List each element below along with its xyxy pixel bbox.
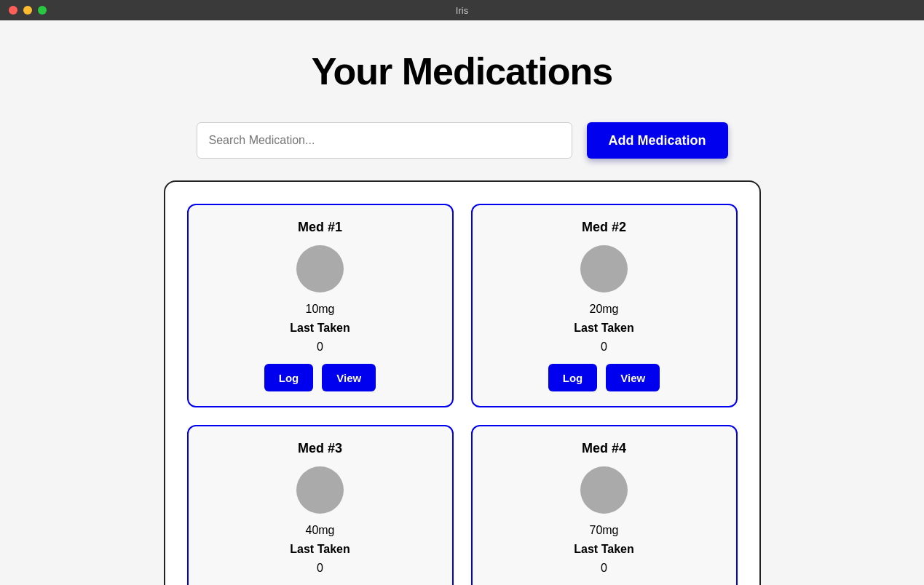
add-medication-button[interactable]: Add Medication: [587, 122, 728, 159]
med-card-1: Med #1 10mg Last Taken 0 Log View: [187, 204, 454, 407]
log-button-1[interactable]: Log: [264, 364, 314, 391]
med-actions-2: Log View: [548, 364, 660, 391]
view-button-2[interactable]: View: [606, 364, 660, 391]
med-name-1: Med #1: [298, 220, 342, 235]
page-title: Your Medications: [312, 49, 613, 93]
maximize-button[interactable]: [38, 6, 47, 15]
med-icon-4: [580, 466, 628, 514]
med-last-taken-label-3: Last Taken: [290, 543, 350, 556]
med-last-taken-value-1: 0: [317, 341, 323, 354]
log-button-2[interactable]: Log: [548, 364, 598, 391]
med-name-2: Med #2: [582, 220, 626, 235]
med-last-taken-label-2: Last Taken: [574, 322, 633, 335]
med-icon-3: [296, 466, 344, 514]
med-dosage-4: 70mg: [589, 524, 618, 537]
view-button-1[interactable]: View: [322, 364, 376, 391]
main-content: Your Medications Add Medication Med #1 1…: [0, 20, 924, 585]
close-button[interactable]: [9, 6, 17, 15]
search-add-row: Add Medication: [197, 122, 728, 159]
med-icon-2: [580, 245, 628, 292]
med-last-taken-label-1: Last Taken: [290, 322, 350, 335]
med-actions-1: Log View: [264, 364, 376, 391]
med-last-taken-value-2: 0: [601, 341, 607, 354]
med-dosage-3: 40mg: [305, 524, 334, 537]
med-card-3: Med #3 40mg Last Taken 0 Log View: [187, 425, 454, 585]
window-title: Iris: [456, 5, 468, 16]
med-dosage-1: 10mg: [305, 303, 334, 316]
minimize-button[interactable]: [23, 6, 32, 15]
med-last-taken-label-4: Last Taken: [574, 543, 633, 556]
med-card-4: Med #4 70mg Last Taken 0 Log View: [471, 425, 738, 585]
med-dosage-2: 20mg: [589, 303, 618, 316]
medications-grid: Med #1 10mg Last Taken 0 Log View Med #2…: [164, 180, 761, 585]
med-last-taken-value-4: 0: [601, 562, 607, 575]
med-icon-1: [296, 245, 344, 292]
med-name-3: Med #3: [298, 441, 342, 456]
titlebar: Iris: [0, 0, 924, 20]
search-input[interactable]: [197, 122, 572, 159]
med-last-taken-value-3: 0: [317, 562, 323, 575]
med-card-2: Med #2 20mg Last Taken 0 Log View: [471, 204, 738, 407]
med-name-4: Med #4: [582, 441, 626, 456]
